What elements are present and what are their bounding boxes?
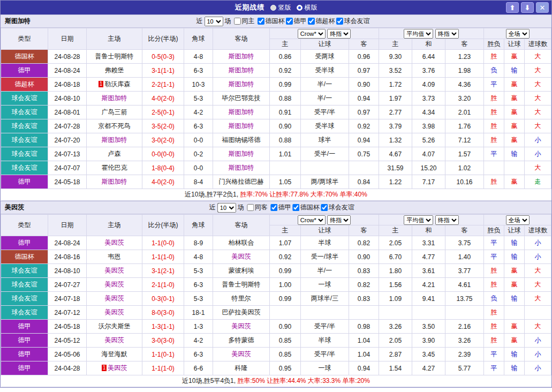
- home-team-link[interactable]: 京都不死鸟: [87, 119, 142, 133]
- bookmaker-away-odds: 0.83: [349, 264, 379, 278]
- same-venue-checkbox[interactable]: [247, 204, 254, 211]
- score-link[interactable]: 8-0(3-0): [142, 306, 184, 320]
- score-link[interactable]: 0-0(0-0): [142, 147, 184, 161]
- away-team-link[interactable]: 斯图加特: [213, 105, 270, 119]
- home-team-link[interactable]: 斯图加特: [87, 92, 142, 105]
- score-link[interactable]: 0-5(0-3): [142, 50, 184, 64]
- away-team-link[interactable]: 斯图加特: [213, 161, 270, 175]
- score-link[interactable]: 4-0(2-0): [142, 92, 184, 105]
- league-filter-checkbox[interactable]: [270, 204, 277, 211]
- league-filter-checkbox[interactable]: [336, 18, 343, 25]
- away-team-link[interactable]: 普鲁士明斯特: [213, 278, 270, 292]
- layout-radio-vertical[interactable]: 竖版: [270, 3, 291, 12]
- average-stage-select[interactable]: 终指: [435, 215, 459, 225]
- score-link[interactable]: 0-3(0-1): [142, 292, 184, 306]
- recent-count-select[interactable]: 10: [217, 203, 236, 213]
- scroll-down-button[interactable]: ⬇: [521, 2, 534, 13]
- home-team-link[interactable]: 海登海默: [87, 348, 142, 361]
- bookmaker-select[interactable]: Crow*: [298, 29, 326, 39]
- home-team-link[interactable]: 普鲁士明斯特: [87, 50, 142, 64]
- same-venue-filter[interactable]: 同主: [232, 17, 254, 26]
- score-link[interactable]: 3-1(2-1): [142, 264, 184, 278]
- away-team-link[interactable]: 蒙彼利埃: [213, 264, 270, 278]
- score-link[interactable]: 1-8(0-4): [142, 161, 184, 175]
- league-filter[interactable]: 球会友谊: [320, 203, 354, 212]
- away-team-link[interactable]: 多特蒙德: [213, 334, 270, 348]
- layout-radio-horizontal[interactable]: 横版: [297, 3, 317, 12]
- away-team-link[interactable]: 美因茨: [213, 250, 270, 264]
- away-team-link[interactable]: 柏林联合: [213, 236, 270, 250]
- home-team-link[interactable]: 韦恩: [87, 250, 142, 264]
- home-team-link[interactable]: 美因茨: [87, 264, 142, 278]
- home-team-link[interactable]: 美因茨: [87, 306, 142, 320]
- league-filter[interactable]: 球会友谊: [335, 17, 369, 26]
- scroll-up-button[interactable]: ⬆: [506, 2, 519, 13]
- away-team-link[interactable]: 斯图加特: [213, 119, 270, 133]
- away-team-link[interactable]: 斯图加特: [213, 64, 270, 78]
- league-filter[interactable]: 德国杯: [291, 203, 320, 212]
- score-link[interactable]: 3-5(2-0): [142, 119, 184, 133]
- odds-stage-select[interactable]: 终指: [327, 29, 351, 39]
- score-link[interactable]: 1-1(0-1): [142, 348, 184, 361]
- league-filter-checkbox[interactable]: [285, 18, 292, 25]
- radio-icon[interactable]: [270, 5, 276, 11]
- score-link[interactable]: 2-5(0-1): [142, 105, 184, 119]
- away-team-link[interactable]: 斯图加特: [213, 50, 270, 64]
- league-filter[interactable]: 德甲: [284, 17, 306, 26]
- away-team-link[interactable]: 特里尔: [213, 292, 270, 306]
- same-venue-filter[interactable]: 同客: [246, 203, 268, 212]
- score-link[interactable]: 2-1(1-0): [142, 278, 184, 292]
- home-team-link[interactable]: 沃尔夫斯堡: [87, 320, 142, 334]
- average-select[interactable]: 平均值: [404, 215, 433, 225]
- away-team-link[interactable]: 美因茨: [213, 348, 270, 361]
- home-team-link[interactable]: 斯图加特: [87, 175, 142, 189]
- home-team-link[interactable]: 美因茨: [87, 334, 142, 348]
- home-team-link[interactable]: 广岛三箭: [87, 105, 142, 119]
- home-team-link[interactable]: 弗赖堡: [87, 64, 142, 78]
- away-team-link[interactable]: 毕尔巴鄂竞技: [213, 92, 270, 105]
- league-filter[interactable]: 德超杯: [306, 17, 335, 26]
- away-team-link[interactable]: 巴萨拉美因茨: [213, 306, 270, 320]
- home-team-link[interactable]: 霍伦巴克: [87, 161, 142, 175]
- home-team-link[interactable]: 卢森: [87, 147, 142, 161]
- recent-count-select[interactable]: 10: [204, 17, 223, 26]
- summary-rates: 胜率:70% 让胜率:77.8% 大率:70% 单率:40%: [240, 191, 367, 198]
- average-select[interactable]: 平均值: [404, 29, 433, 39]
- score-link[interactable]: 1-1(1-0): [142, 250, 184, 264]
- home-team-link[interactable]: 1美因茨: [87, 361, 142, 375]
- away-team-link[interactable]: 福图纳锡塔德: [213, 133, 270, 147]
- away-team-link[interactable]: 斯图加特: [213, 78, 270, 92]
- away-team-link[interactable]: 斯图加特: [213, 147, 270, 161]
- score-link[interactable]: 3-1(1-1): [142, 64, 184, 78]
- average-stage-select[interactable]: 终指: [435, 29, 459, 39]
- league-filter-checkbox[interactable]: [292, 204, 299, 211]
- home-team-link[interactable]: 美因茨: [87, 236, 142, 250]
- league-filter[interactable]: 德国杯: [256, 17, 284, 26]
- away-team-link[interactable]: 美因茨: [213, 320, 270, 334]
- bookmaker-select[interactable]: Crow*: [298, 215, 326, 225]
- score-link[interactable]: 1-1(1-0): [142, 361, 184, 375]
- full-match-select[interactable]: 全场: [506, 215, 530, 225]
- radio-icon-selected[interactable]: [297, 5, 303, 11]
- score-link[interactable]: 2-2(1-1): [142, 78, 184, 92]
- home-team-link[interactable]: 美因茨: [87, 292, 142, 306]
- close-button[interactable]: ✕: [536, 2, 549, 13]
- score-link[interactable]: 3-0(2-0): [142, 133, 184, 147]
- home-team-link[interactable]: 1勒沃库森: [87, 78, 142, 92]
- home-team-link[interactable]: 斯图加特: [87, 133, 142, 147]
- league-filter-checkbox[interactable]: [321, 204, 328, 211]
- score-link[interactable]: 4-0(2-0): [142, 175, 184, 189]
- league-filter-checkbox[interactable]: [307, 18, 314, 25]
- away-team-link[interactable]: 科隆: [213, 361, 270, 375]
- score-link[interactable]: 3-0(3-0): [142, 334, 184, 348]
- full-match-select[interactable]: 全场: [506, 29, 530, 39]
- odds-stage-select[interactable]: 终指: [327, 215, 351, 225]
- score-link[interactable]: 1-3(1-1): [142, 320, 184, 334]
- league-filter[interactable]: 德甲: [269, 203, 291, 212]
- result-handicap: 输: [504, 236, 525, 250]
- score-link[interactable]: 1-1(0-0): [142, 236, 184, 250]
- league-filter-checkbox[interactable]: [257, 18, 264, 25]
- home-team-link[interactable]: 美因茨: [87, 278, 142, 292]
- away-team-link[interactable]: 门兴格拉德巴赫: [213, 175, 270, 189]
- same-venue-checkbox[interactable]: [233, 18, 240, 25]
